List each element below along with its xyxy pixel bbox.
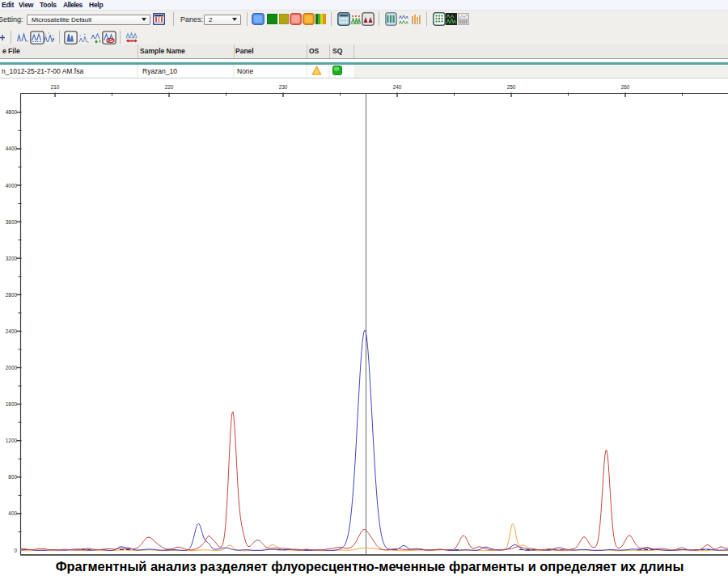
svg-text:0: 0 [14, 548, 17, 553]
svg-text:210: 210 [51, 84, 60, 90]
svg-text:3600: 3600 [6, 219, 18, 225]
svg-text:800: 800 [8, 474, 17, 480]
svg-text:260: 260 [621, 84, 630, 90]
svg-text:4000: 4000 [6, 183, 18, 188]
svg-text:2400: 2400 [6, 328, 18, 334]
svg-text:220: 220 [165, 84, 174, 90]
svg-text:4800: 4800 [6, 109, 18, 115]
svg-text:1200: 1200 [6, 438, 18, 443]
svg-text:230: 230 [279, 84, 288, 90]
svg-text:1600: 1600 [6, 401, 18, 407]
svg-text:400: 400 [8, 510, 17, 516]
svg-text:2000: 2000 [6, 365, 18, 370]
svg-text:250: 250 [507, 84, 516, 90]
svg-text:240: 240 [393, 84, 402, 90]
svg-text:2800: 2800 [6, 292, 18, 298]
svg-text:4400: 4400 [6, 146, 18, 151]
svg-text:3200: 3200 [6, 256, 18, 261]
